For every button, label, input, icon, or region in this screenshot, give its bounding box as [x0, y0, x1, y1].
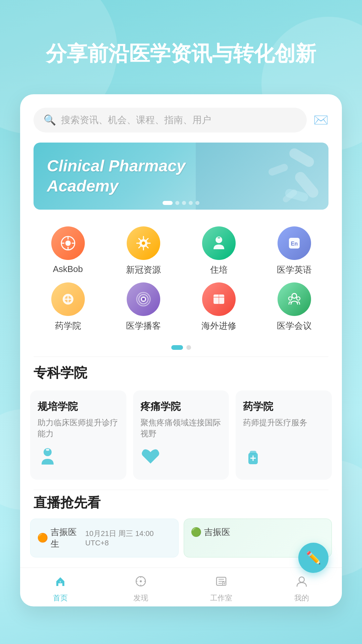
home-label: 首页 [53, 593, 68, 603]
icon-english[interactable]: En 医学英语 [264, 226, 324, 276]
english-label: 医学英语 [277, 264, 312, 276]
icon-zhupei[interactable]: 住培 [189, 226, 249, 276]
page-headline: 分享前沿医学资讯与转化创新 [0, 0, 362, 94]
live-time-1: 10月21日 周三 14:00 UTC+8 [85, 529, 171, 547]
nav-profile[interactable]: 我的 [261, 575, 342, 603]
icon-xinguan[interactable]: 新冠资源 [113, 226, 174, 276]
svg-point-32 [289, 297, 292, 300]
podcast-icon [127, 282, 160, 316]
svg-rect-37 [250, 451, 256, 454]
tengtong-title: 疼痛学院 [140, 400, 222, 414]
tengtong-icon [140, 446, 222, 470]
icon-overseas[interactable]: 海外进修 [189, 282, 249, 332]
discover-label: 发现 [133, 593, 148, 603]
svg-line-12 [139, 238, 141, 240]
specialty-card-tengtong[interactable]: 疼痛学院 聚焦疼痛领域连接国际视野 [133, 390, 229, 480]
nav-home[interactable]: 首页 [20, 575, 101, 603]
guipei-icon [38, 446, 119, 470]
search-icon: 🔍 [44, 114, 56, 126]
live-host-1: 吉振医生 [51, 526, 82, 550]
svg-point-31 [292, 293, 297, 298]
mail-icon[interactable]: ✉️ [313, 113, 328, 127]
specialty-title: 专科学院 [20, 357, 342, 390]
svg-point-41 [140, 580, 142, 582]
svg-point-53 [299, 577, 304, 582]
icon-row-1: AskBob 新冠资源 住培 En 医学英语 [30, 226, 332, 276]
svg-point-7 [142, 241, 145, 245]
svg-line-15 [139, 246, 141, 248]
xinguan-label: 新冠资源 [126, 264, 161, 276]
svg-rect-27 [142, 298, 145, 301]
banner-image [196, 143, 328, 210]
search-placeholder: 搜索资讯、机会、课程、指南、用户 [61, 114, 211, 126]
profile-label: 我的 [294, 593, 309, 603]
zhupei-icon [202, 226, 236, 260]
studio-label: 工作室 [210, 593, 232, 603]
fab-button[interactable]: ✏️ [298, 543, 328, 573]
zhupei-label: 住培 [210, 264, 228, 276]
studio-icon [215, 575, 228, 591]
grid-dot-1 [171, 345, 183, 350]
svg-rect-17 [218, 237, 220, 238]
main-card: 🔍 搜索资讯、机会、课程、指南、用户 ✉️ Clinical Pharmacy … [20, 94, 342, 606]
live-header: 直播抢先看 [20, 490, 342, 519]
search-bar[interactable]: 🔍 搜索资讯、机会、课程、指南、用户 [34, 108, 307, 132]
yaoxue-desc: 药师提升医疗服务 [243, 417, 324, 439]
icon-podcast[interactable]: 医学播客 [113, 282, 174, 332]
search-container: 🔍 搜索资讯、机会、课程、指南、用户 ✉️ [20, 94, 342, 139]
nav-studio[interactable]: 工作室 [181, 575, 261, 603]
svg-point-1 [65, 240, 71, 246]
specialty-card-yaoxue[interactable]: 药学院 药师提升医疗服务 [236, 390, 332, 480]
specialty-card-guipei[interactable]: 规培学院 助力临床医师提升诊疗能力 [30, 390, 126, 480]
conference-icon [278, 282, 311, 316]
icon-askbob[interactable]: AskBob [38, 226, 98, 276]
yaoxue-icon [243, 446, 324, 470]
overseas-label: 海外进修 [201, 320, 236, 332]
guipei-title: 规培学院 [38, 400, 119, 414]
tengtong-desc: 聚焦疼痛领域连接国际视野 [140, 417, 222, 439]
pharmacy-icon [51, 282, 85, 316]
home-icon [54, 575, 67, 591]
svg-text:En: En [291, 241, 297, 247]
askbob-icon [51, 226, 85, 260]
fab-icon: ✏️ [306, 551, 321, 565]
askbob-label: AskBob [53, 264, 83, 274]
live-meta-2: 🟢 吉振医 [191, 526, 325, 538]
nav-discover[interactable]: 发现 [101, 575, 181, 603]
icon-grid: AskBob 新冠资源 住培 En 医学英语 [20, 220, 342, 342]
bottom-nav: 首页 发现 工作室 我的 [20, 568, 342, 606]
icon-row-2: 药学院 医学播客 海外进修 医学会议 [30, 282, 332, 332]
profile-icon [295, 575, 308, 591]
live-host-2: 吉振医 [204, 526, 230, 538]
english-icon: En [278, 226, 311, 260]
svg-line-13 [146, 246, 148, 248]
specialty-cards: 规培学院 助力临床医师提升诊疗能力 疼痛学院 聚焦疼痛领域连接国际视野 药学院 … [20, 390, 342, 490]
grid-dot-2 [186, 345, 191, 350]
svg-point-33 [297, 297, 300, 300]
discover-icon [134, 575, 147, 591]
conference-label: 医学会议 [277, 320, 312, 332]
banner[interactable]: Clinical Pharmacy Academy [34, 143, 328, 210]
live-title: 直播抢先看 [34, 493, 101, 512]
banner-title: Clinical Pharmacy Academy [34, 146, 210, 206]
icon-pharmacy[interactable]: 药学院 [38, 282, 98, 332]
svg-line-14 [146, 238, 148, 240]
icon-conference[interactable]: 医学会议 [264, 282, 324, 332]
svg-rect-35 [46, 449, 49, 451]
guipei-desc: 助力临床医师提升诊疗能力 [38, 417, 119, 439]
xinguan-icon [127, 226, 160, 260]
live-preview: 🟠 吉振医生 10月21日 周三 14:00 UTC+8 🟢 吉振医 [20, 519, 342, 568]
podcast-label: 医学播客 [126, 320, 161, 332]
pharmacy-label: 药学院 [55, 320, 81, 332]
grid-pagination [20, 342, 342, 357]
live-meta-1: 🟠 吉振医生 10月21日 周三 14:00 UTC+8 [37, 526, 172, 550]
yaoxue-title: 药学院 [243, 400, 324, 414]
live-card-1[interactable]: 🟠 吉振医生 10月21日 周三 14:00 UTC+8 [30, 519, 179, 557]
overseas-icon [202, 282, 236, 316]
